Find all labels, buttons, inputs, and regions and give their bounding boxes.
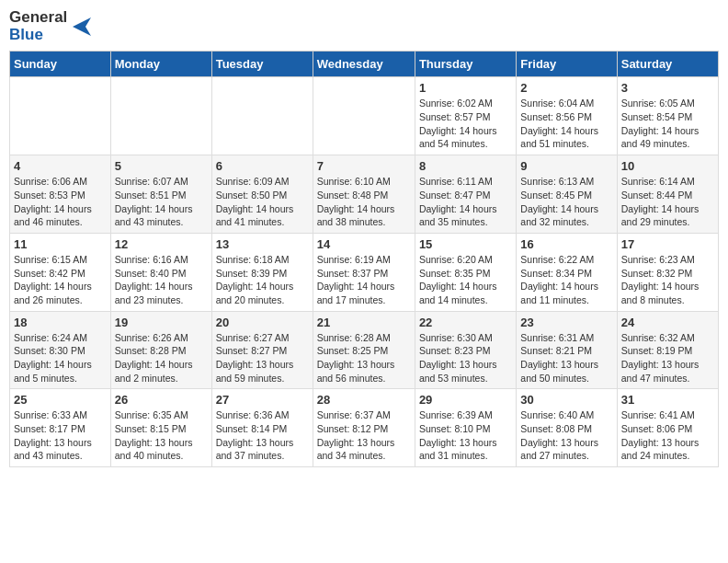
weekday-header-tuesday: Tuesday	[211, 52, 313, 77]
calendar-cell: 5Sunrise: 6:07 AM Sunset: 8:51 PM Daylig…	[110, 155, 211, 234]
day-number: 8	[419, 159, 512, 173]
day-number: 6	[216, 159, 309, 173]
cell-info: Sunrise: 6:06 AM Sunset: 8:53 PM Dayligh…	[14, 175, 107, 229]
day-number: 12	[115, 237, 208, 251]
calendar-cell: 1Sunrise: 6:02 AM Sunset: 8:57 PM Daylig…	[415, 77, 516, 155]
cell-info: Sunrise: 6:23 AM Sunset: 8:32 PM Dayligh…	[621, 253, 714, 307]
cell-info: Sunrise: 6:37 AM Sunset: 8:12 PM Dayligh…	[317, 408, 411, 463]
week-row-2: 4Sunrise: 6:06 AM Sunset: 8:53 PM Daylig…	[10, 155, 719, 234]
calendar-cell	[10, 77, 111, 155]
week-row-5: 25Sunrise: 6:33 AM Sunset: 8:17 PM Dayli…	[10, 389, 719, 467]
cell-info: Sunrise: 6:30 AM Sunset: 8:23 PM Dayligh…	[419, 331, 512, 385]
cell-info: Sunrise: 6:11 AM Sunset: 8:47 PM Dayligh…	[419, 175, 512, 229]
weekday-header-sunday: Sunday	[10, 52, 111, 77]
day-number: 28	[317, 393, 411, 407]
weekday-header-saturday: Saturday	[617, 52, 718, 77]
day-number: 10	[621, 159, 714, 173]
cell-info: Sunrise: 6:24 AM Sunset: 8:30 PM Dayligh…	[14, 331, 107, 385]
day-number: 5	[115, 159, 208, 173]
calendar-cell: 11Sunrise: 6:15 AM Sunset: 8:42 PM Dayli…	[10, 233, 111, 311]
calendar-cell: 19Sunrise: 6:26 AM Sunset: 8:28 PM Dayli…	[110, 311, 211, 389]
cell-info: Sunrise: 6:20 AM Sunset: 8:35 PM Dayligh…	[419, 253, 512, 307]
cell-info: Sunrise: 6:14 AM Sunset: 8:44 PM Dayligh…	[621, 175, 714, 229]
calendar-cell: 26Sunrise: 6:35 AM Sunset: 8:15 PM Dayli…	[110, 389, 211, 467]
calendar-cell: 31Sunrise: 6:41 AM Sunset: 8:06 PM Dayli…	[617, 389, 718, 467]
calendar-cell: 4Sunrise: 6:06 AM Sunset: 8:53 PM Daylig…	[10, 155, 111, 234]
cell-info: Sunrise: 6:16 AM Sunset: 8:40 PM Dayligh…	[115, 253, 208, 307]
day-number: 20	[216, 316, 309, 329]
cell-info: Sunrise: 6:36 AM Sunset: 8:14 PM Dayligh…	[216, 408, 309, 463]
calendar-cell: 2Sunrise: 6:04 AM Sunset: 8:56 PM Daylig…	[517, 77, 617, 155]
calendar-cell: 18Sunrise: 6:24 AM Sunset: 8:30 PM Dayli…	[10, 311, 111, 389]
logo-blue: Blue	[9, 26, 43, 43]
calendar-cell: 16Sunrise: 6:22 AM Sunset: 8:34 PM Dayli…	[517, 233, 617, 311]
weekday-header-friday: Friday	[517, 52, 617, 77]
cell-info: Sunrise: 6:31 AM Sunset: 8:21 PM Dayligh…	[520, 331, 612, 385]
cell-info: Sunrise: 6:27 AM Sunset: 8:27 PM Dayligh…	[216, 331, 309, 385]
cell-info: Sunrise: 6:15 AM Sunset: 8:42 PM Dayligh…	[14, 253, 107, 307]
calendar-cell: 29Sunrise: 6:39 AM Sunset: 8:10 PM Dayli…	[415, 389, 516, 467]
day-number: 21	[317, 316, 411, 329]
svg-marker-0	[73, 17, 91, 36]
weekday-header-thursday: Thursday	[415, 52, 516, 77]
day-number: 31	[621, 393, 714, 407]
calendar-cell: 13Sunrise: 6:18 AM Sunset: 8:39 PM Dayli…	[211, 233, 313, 311]
cell-info: Sunrise: 6:02 AM Sunset: 8:57 PM Dayligh…	[419, 97, 512, 151]
day-number: 30	[520, 393, 612, 407]
calendar-cell: 23Sunrise: 6:31 AM Sunset: 8:21 PM Dayli…	[517, 311, 617, 389]
cell-info: Sunrise: 6:40 AM Sunset: 8:08 PM Dayligh…	[520, 408, 612, 463]
header: General Blue	[9, 9, 719, 43]
cell-info: Sunrise: 6:13 AM Sunset: 8:45 PM Dayligh…	[520, 175, 612, 229]
calendar-cell: 12Sunrise: 6:16 AM Sunset: 8:40 PM Dayli…	[110, 233, 211, 311]
cell-info: Sunrise: 6:33 AM Sunset: 8:17 PM Dayligh…	[14, 408, 107, 463]
day-number: 14	[317, 237, 411, 251]
day-number: 25	[14, 393, 107, 407]
logo-bird-icon	[73, 14, 91, 40]
day-number: 4	[14, 159, 107, 173]
calendar-cell: 27Sunrise: 6:36 AM Sunset: 8:14 PM Dayli…	[211, 389, 313, 467]
day-number: 18	[14, 316, 107, 329]
day-number: 29	[419, 393, 512, 407]
day-number: 16	[520, 237, 612, 251]
calendar-cell: 17Sunrise: 6:23 AM Sunset: 8:32 PM Dayli…	[617, 233, 718, 311]
week-row-3: 11Sunrise: 6:15 AM Sunset: 8:42 PM Dayli…	[10, 233, 719, 311]
day-number: 11	[14, 237, 107, 251]
day-number: 22	[419, 316, 512, 329]
cell-info: Sunrise: 6:35 AM Sunset: 8:15 PM Dayligh…	[115, 408, 208, 463]
calendar-cell: 6Sunrise: 6:09 AM Sunset: 8:50 PM Daylig…	[211, 155, 313, 234]
calendar-cell: 8Sunrise: 6:11 AM Sunset: 8:47 PM Daylig…	[415, 155, 516, 234]
day-number: 13	[216, 237, 309, 251]
day-number: 15	[419, 237, 512, 251]
weekday-header-wednesday: Wednesday	[313, 52, 415, 77]
cell-info: Sunrise: 6:26 AM Sunset: 8:28 PM Dayligh…	[115, 331, 208, 385]
calendar-cell	[313, 77, 415, 155]
calendar-cell: 25Sunrise: 6:33 AM Sunset: 8:17 PM Dayli…	[10, 389, 111, 467]
weekday-header-monday: Monday	[110, 52, 211, 77]
day-number: 17	[621, 237, 714, 251]
day-number: 27	[216, 393, 309, 407]
calendar-cell: 24Sunrise: 6:32 AM Sunset: 8:19 PM Dayli…	[617, 311, 718, 389]
calendar-table: SundayMondayTuesdayWednesdayThursdayFrid…	[9, 51, 719, 467]
calendar-cell: 7Sunrise: 6:10 AM Sunset: 8:48 PM Daylig…	[313, 155, 415, 234]
day-number: 3	[621, 81, 714, 95]
day-number: 24	[621, 316, 714, 329]
cell-info: Sunrise: 6:39 AM Sunset: 8:10 PM Dayligh…	[419, 408, 512, 463]
cell-info: Sunrise: 6:19 AM Sunset: 8:37 PM Dayligh…	[317, 253, 411, 307]
logo-text: General Blue	[9, 9, 67, 43]
calendar-cell: 3Sunrise: 6:05 AM Sunset: 8:54 PM Daylig…	[617, 77, 718, 155]
week-row-4: 18Sunrise: 6:24 AM Sunset: 8:30 PM Dayli…	[10, 311, 719, 389]
day-number: 26	[115, 393, 208, 407]
day-number: 7	[317, 159, 411, 173]
cell-info: Sunrise: 6:41 AM Sunset: 8:06 PM Dayligh…	[621, 408, 714, 463]
calendar-cell	[110, 77, 211, 155]
cell-info: Sunrise: 6:05 AM Sunset: 8:54 PM Dayligh…	[621, 97, 714, 151]
calendar-cell: 22Sunrise: 6:30 AM Sunset: 8:23 PM Dayli…	[415, 311, 516, 389]
calendar-cell: 20Sunrise: 6:27 AM Sunset: 8:27 PM Dayli…	[211, 311, 313, 389]
calendar-cell	[211, 77, 313, 155]
cell-info: Sunrise: 6:18 AM Sunset: 8:39 PM Dayligh…	[216, 253, 309, 307]
week-row-1: 1Sunrise: 6:02 AM Sunset: 8:57 PM Daylig…	[10, 77, 719, 155]
weekday-header-row: SundayMondayTuesdayWednesdayThursdayFrid…	[10, 52, 719, 77]
cell-info: Sunrise: 6:04 AM Sunset: 8:56 PM Dayligh…	[520, 97, 612, 151]
calendar-cell: 21Sunrise: 6:28 AM Sunset: 8:25 PM Dayli…	[313, 311, 415, 389]
logo-general: General	[9, 8, 67, 26]
